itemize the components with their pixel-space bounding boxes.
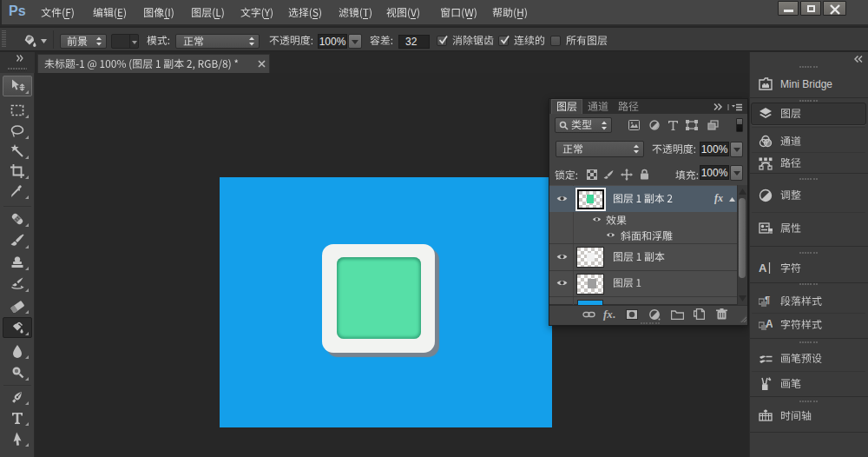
- svg-text:A: A: [766, 318, 773, 330]
- svg-text:A: A: [759, 262, 767, 275]
- svg-text:¶: ¶: [765, 295, 770, 305]
